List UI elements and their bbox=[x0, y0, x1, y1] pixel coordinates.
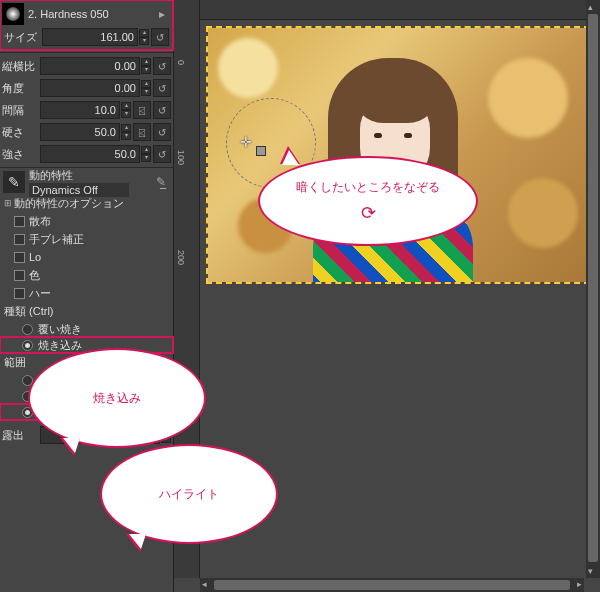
brush-thumbnail[interactable] bbox=[2, 3, 24, 25]
radio[interactable] bbox=[22, 340, 33, 351]
type-dodge-radio[interactable]: 覆い焼き bbox=[0, 321, 173, 337]
lo-checkbox-row[interactable]: Lo bbox=[0, 248, 173, 266]
hardness-field[interactable]: 50.0 bbox=[40, 123, 120, 141]
dynamics-row: ✎ 動的特性 Dynamics Off ✎̲ bbox=[0, 170, 173, 194]
reset-size-icon[interactable]: ↺ bbox=[151, 28, 169, 46]
force-field[interactable]: 50.0 bbox=[40, 145, 140, 163]
aspect-field[interactable]: 0.00 bbox=[40, 57, 140, 75]
aspect-label: 縦横比 bbox=[2, 59, 40, 74]
scrollbar-vertical[interactable]: ▴ ▾ bbox=[586, 0, 600, 578]
spacing-field[interactable]: 10.0 bbox=[40, 101, 120, 119]
reset-force-icon[interactable]: ↺ bbox=[153, 145, 171, 163]
brush-name[interactable]: 2. Hardness 050 bbox=[24, 8, 153, 20]
dynamics-value[interactable]: Dynamics Off bbox=[29, 183, 129, 197]
reset-hardness-icon[interactable]: ↺ bbox=[153, 123, 171, 141]
size-label: サイズ bbox=[4, 30, 42, 45]
refresh-icon: ⟳ bbox=[361, 202, 376, 224]
checkbox[interactable] bbox=[14, 288, 25, 299]
aspect-spinner[interactable]: ▴▾ bbox=[141, 58, 151, 74]
jitter-checkbox-row[interactable]: 手ブレ補正 bbox=[0, 230, 173, 248]
hardness-spinner[interactable]: ▴▾ bbox=[121, 124, 131, 140]
dynamics-icon[interactable]: ✎ bbox=[3, 171, 25, 193]
brush-menu-icon[interactable]: ▸ bbox=[153, 5, 171, 23]
reset-spacing-icon[interactable]: ↺ bbox=[153, 101, 171, 119]
checkbox[interactable] bbox=[14, 270, 25, 281]
hardness-label: 硬さ bbox=[2, 125, 40, 140]
checkbox[interactable] bbox=[14, 252, 25, 263]
reset-aspect-icon[interactable]: ↺ bbox=[153, 57, 171, 75]
annotation-bubble-highlight: ハイライト bbox=[100, 444, 278, 544]
spacing-label: 間隔 bbox=[2, 103, 40, 118]
radio[interactable] bbox=[22, 324, 33, 335]
dynamics-title: 動的特性 bbox=[29, 168, 152, 183]
angle-label: 角度 bbox=[2, 81, 40, 96]
dynamics-options-toggle[interactable]: ⊞ 動的特性のオプション bbox=[0, 194, 173, 212]
color-checkbox-row[interactable]: 色 bbox=[0, 266, 173, 284]
link-hardness-icon[interactable]: ⍃ bbox=[133, 123, 151, 141]
angle-spinner[interactable]: ▴▾ bbox=[141, 80, 151, 96]
reset-angle-icon[interactable]: ↺ bbox=[153, 79, 171, 97]
checkbox[interactable] bbox=[14, 234, 25, 245]
annotation-bubble-burn: 焼き込み bbox=[28, 348, 206, 448]
type-section-label: 種類 (Ctrl) bbox=[0, 302, 173, 321]
angle-field[interactable]: 0.00 bbox=[40, 79, 140, 97]
size-field[interactable]: 161.00 bbox=[42, 28, 138, 46]
tool-cursor-icon bbox=[256, 146, 266, 156]
dynamics-edit-icon[interactable]: ✎̲ bbox=[152, 173, 170, 191]
ruler-horizontal bbox=[200, 0, 600, 20]
scrollbar-horizontal[interactable]: ◂ ▸ bbox=[200, 578, 584, 592]
crosshair-icon: ✛ bbox=[240, 134, 252, 150]
link-spacing-icon[interactable]: ⍃ bbox=[133, 101, 151, 119]
hard-checkbox-row[interactable]: ハー bbox=[0, 284, 173, 302]
brush-selector-block: 2. Hardness 050 ▸ サイズ 161.00 ▴▾ ↺ bbox=[0, 0, 173, 50]
force-spinner[interactable]: ▴▾ bbox=[141, 146, 151, 162]
checkbox[interactable] bbox=[14, 216, 25, 227]
exposure-label: 露出 bbox=[2, 428, 40, 443]
size-spinner[interactable]: ▴▾ bbox=[139, 29, 149, 45]
force-label: 強さ bbox=[2, 147, 40, 162]
annotation-bubble-canvas: 暗くしたいところをなぞる ⟳ bbox=[258, 156, 478, 246]
scatter-checkbox-row[interactable]: 散布 bbox=[0, 212, 173, 230]
spacing-spinner[interactable]: ▴▾ bbox=[121, 102, 131, 118]
expand-icon: ⊞ bbox=[4, 198, 14, 208]
